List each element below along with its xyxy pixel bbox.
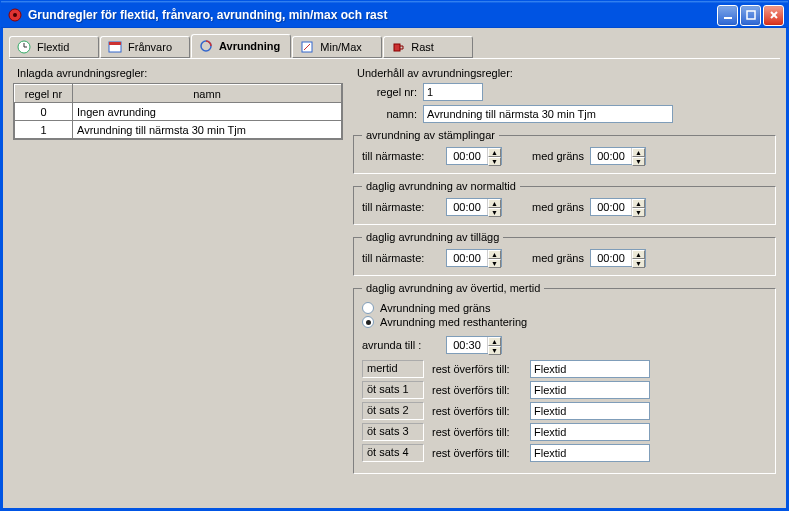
svg-rect-2 (724, 17, 732, 19)
radio-grans[interactable]: Avrundning med gräns (362, 302, 767, 314)
dest-src: öt sats 1 (362, 381, 424, 399)
group-stampling: avrundning av stämplingar till närmaste:… (353, 129, 776, 174)
tab-minmax[interactable]: Min/Max (292, 36, 382, 58)
calendar-icon (107, 40, 123, 54)
client-area: Flextid Frånvaro Avrundning Min/Max Rast… (1, 28, 788, 510)
avrunda-till-input[interactable] (447, 337, 487, 353)
spinner-down-icon[interactable]: ▼ (632, 259, 645, 268)
col-header-name: namn (73, 85, 342, 103)
tab-rast[interactable]: Rast (383, 36, 473, 58)
radio-grans-label: Avrundning med gräns (380, 302, 490, 314)
rest-overfors-label: rest överförs till: (432, 426, 522, 438)
cell-nr: 1 (15, 121, 73, 139)
tabs: Flextid Frånvaro Avrundning Min/Max Rast (3, 28, 786, 58)
regel-nr-input[interactable] (423, 83, 483, 101)
dest-row-mertid: mertid rest överförs till: (362, 360, 767, 378)
regel-nr-label: regel nr: (353, 86, 423, 98)
till-narmaste-label: till närmaste: (362, 150, 440, 162)
radio-rest-label: Avrundning med resthantering (380, 316, 527, 328)
tab-avrundning[interactable]: Avrundning (191, 34, 291, 58)
tab-panel-avrundning: Inlagda avrundningsregler: regel nr namn… (9, 58, 780, 504)
tillagg-limit-input[interactable] (591, 250, 631, 266)
till-narmaste-label: till närmaste: (362, 201, 440, 213)
dest-src: mertid (362, 360, 424, 378)
med-grans-label: med gräns (532, 150, 584, 162)
spinner-up-icon[interactable]: ▲ (488, 250, 501, 259)
svg-rect-3 (747, 11, 755, 19)
rest-overfors-label: rest överförs till: (432, 405, 522, 417)
tab-franvaro[interactable]: Frånvaro (100, 36, 190, 58)
normal-near-spinner[interactable]: ▲▼ (446, 198, 502, 216)
dest-target-input[interactable] (530, 423, 650, 441)
spinner-up-icon[interactable]: ▲ (632, 148, 645, 157)
spinner-down-icon[interactable]: ▼ (632, 208, 645, 217)
normal-limit-spinner[interactable]: ▲▼ (590, 198, 646, 216)
rest-overfors-label: rest överförs till: (432, 363, 522, 375)
tab-label: Flextid (37, 41, 69, 53)
group-overtid-legend: daglig avrundning av övertid, mertid (362, 282, 544, 294)
spinner-down-icon[interactable]: ▼ (488, 259, 501, 268)
clock-icon (16, 40, 32, 54)
svg-point-1 (13, 13, 17, 17)
spinner-down-icon[interactable]: ▼ (488, 157, 501, 166)
cell-nr: 0 (15, 103, 73, 121)
rules-table[interactable]: regel nr namn 0 Ingen avrunding 1 (13, 83, 343, 140)
spinner-up-icon[interactable]: ▲ (632, 250, 645, 259)
spinner-up-icon[interactable]: ▲ (632, 199, 645, 208)
stampling-near-spinner[interactable]: ▲▼ (446, 147, 502, 165)
dest-target-input[interactable] (530, 381, 650, 399)
tillagg-near-input[interactable] (447, 250, 487, 266)
col-header-nr: regel nr (15, 85, 73, 103)
right-heading: Underhåll av avrundningsregler: (357, 67, 776, 79)
group-tillagg-legend: daglig avrundning av tillägg (362, 231, 503, 243)
tillagg-near-spinner[interactable]: ▲▼ (446, 249, 502, 267)
rest-overfors-label: rest överförs till: (432, 447, 522, 459)
stampling-limit-input[interactable] (591, 148, 631, 164)
group-overtid: daglig avrundning av övertid, mertid Avr… (353, 282, 776, 474)
minmax-icon (299, 40, 315, 54)
dest-row-ot4: öt sats 4 rest överförs till: (362, 444, 767, 462)
normal-limit-input[interactable] (591, 199, 631, 215)
namn-input[interactable] (423, 105, 673, 123)
dest-row-ot2: öt sats 2 rest överförs till: (362, 402, 767, 420)
tillagg-limit-spinner[interactable]: ▲▼ (590, 249, 646, 267)
spinner-down-icon[interactable]: ▼ (632, 157, 645, 166)
minimize-button[interactable] (717, 5, 738, 26)
close-button[interactable] (763, 5, 784, 26)
titlebar: Grundregler för flextid, frånvaro, avrun… (1, 1, 788, 29)
maximize-button[interactable] (740, 5, 761, 26)
normal-near-input[interactable] (447, 199, 487, 215)
rounding-icon (198, 39, 214, 53)
tab-label: Avrundning (219, 40, 280, 52)
table-row[interactable]: 1 Avrundning till närmsta 30 min Tjm (15, 121, 342, 139)
svg-rect-10 (109, 42, 121, 45)
till-narmaste-label: till närmaste: (362, 252, 440, 264)
spinner-down-icon[interactable]: ▼ (488, 346, 501, 355)
dest-target-input[interactable] (530, 402, 650, 420)
table-row[interactable]: 0 Ingen avrunding (15, 103, 342, 121)
spinner-up-icon[interactable]: ▲ (488, 199, 501, 208)
cell-name: Ingen avrunding (73, 103, 342, 121)
tab-flextid[interactable]: Flextid (9, 36, 99, 58)
dest-target-input[interactable] (530, 360, 650, 378)
med-grans-label: med gräns (532, 252, 584, 264)
dest-row-ot3: öt sats 3 rest överförs till: (362, 423, 767, 441)
group-normal: daglig avrundning av normaltid till närm… (353, 180, 776, 225)
window-buttons (717, 5, 784, 26)
stampling-limit-spinner[interactable]: ▲▼ (590, 147, 646, 165)
avrunda-till-spinner[interactable]: ▲▼ (446, 336, 502, 354)
dest-row-ot1: öt sats 1 rest överförs till: (362, 381, 767, 399)
spinner-up-icon[interactable]: ▲ (488, 148, 501, 157)
group-stampling-legend: avrundning av stämplingar (362, 129, 499, 141)
radio-rest[interactable]: Avrundning med resthantering (362, 316, 767, 328)
radio-icon (362, 316, 374, 328)
spinner-up-icon[interactable]: ▲ (488, 337, 501, 346)
dest-src: öt sats 2 (362, 402, 424, 420)
group-tillagg: daglig avrundning av tillägg till närmas… (353, 231, 776, 276)
rest-overfors-label: rest överförs till: (432, 384, 522, 396)
spinner-down-icon[interactable]: ▼ (488, 208, 501, 217)
dest-target-input[interactable] (530, 444, 650, 462)
stampling-near-input[interactable] (447, 148, 487, 164)
break-icon (390, 40, 406, 54)
tab-label: Min/Max (320, 41, 362, 53)
